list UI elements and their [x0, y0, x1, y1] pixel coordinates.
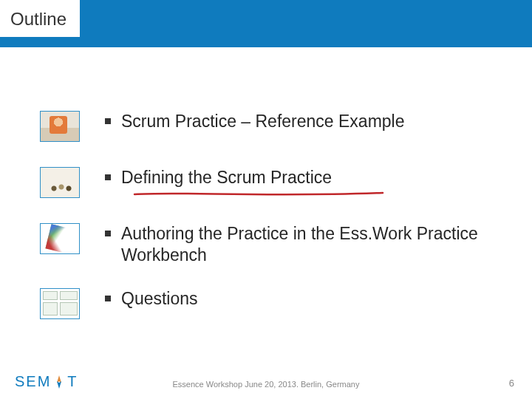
- outline-list: Scrum Practice – Reference Example Defin…: [40, 111, 502, 344]
- page-title: Outline: [0, 0, 80, 37]
- item-text: Questions: [121, 288, 198, 310]
- list-item: Authoring the Practice in the Ess.Work P…: [40, 223, 502, 266]
- bullet-icon: [105, 231, 111, 236]
- list-item: Scrum Practice – Reference Example: [40, 111, 502, 142]
- page-number: 6: [509, 378, 514, 389]
- item-text: Authoring the Practice in the Ess.Work P…: [121, 223, 491, 266]
- item-text: Defining the Scrum Practice: [121, 167, 332, 188]
- list-item: Questions: [40, 288, 502, 319]
- header-bar: Outline: [0, 0, 532, 47]
- thumbnail-icon: [40, 223, 80, 254]
- bullet-icon: [105, 174, 111, 180]
- thumbnail-icon: [40, 288, 80, 319]
- highlight-underline-icon: [133, 191, 384, 198]
- item-text: Scrum Practice – Reference Example: [121, 111, 405, 132]
- list-item: Defining the Scrum Practice: [40, 167, 502, 198]
- bullet-icon: [105, 296, 111, 301]
- thumbnail-icon: [40, 167, 80, 198]
- thumbnail-icon: [40, 111, 80, 142]
- footer-text: Essence Workshop June 20, 2013. Berlin, …: [0, 380, 532, 389]
- bullet-icon: [105, 118, 111, 124]
